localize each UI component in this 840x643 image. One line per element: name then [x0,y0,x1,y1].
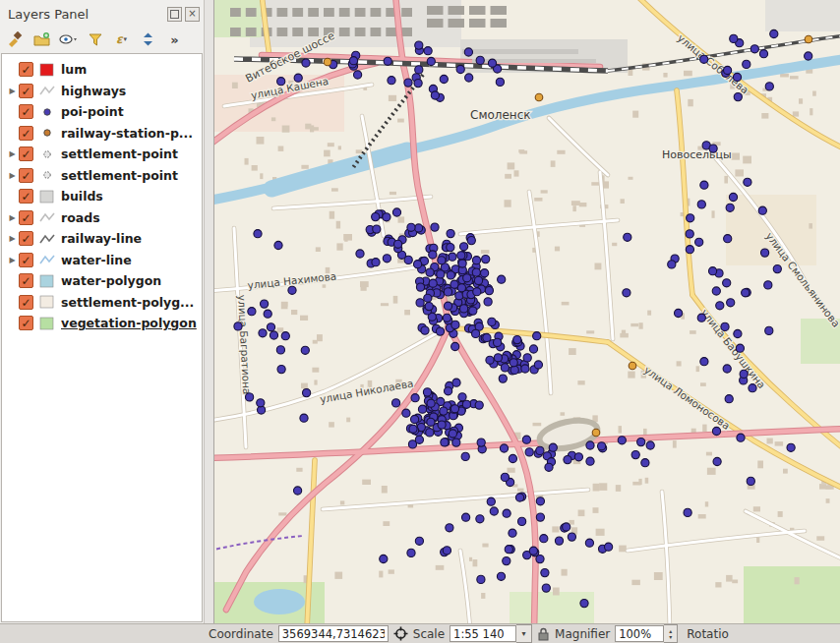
layer-visibility-checkbox[interactable]: ✓ [19,84,33,98]
layers-panel-title: Layers Panel [8,7,164,22]
layers-panel-titlebar: Layers Panel × [0,0,204,26]
layer-visibility-checkbox[interactable]: ✓ [19,231,33,246]
layer-visibility-checkbox[interactable]: ✓ [19,146,33,161]
open-layer-styling-button[interactable] [6,30,25,48]
layer-label: highways [61,84,126,98]
magnifier-label: Magnifier [555,627,610,641]
layer-label: settlement-point [61,146,178,161]
layer-symbol-line-icon [38,210,56,224]
layer-label: railway-station-p... [61,126,193,141]
filter-legend-button[interactable] [86,30,104,48]
layer-row-builds[interactable]: ✓builds [2,186,202,207]
layer-visibility-checkbox[interactable]: ✓ [19,253,33,267]
city-label-2: Смоленск [470,108,531,122]
layer-row-settlement-point[interactable]: ▶✓settlement-point [2,144,202,165]
layer-row-water-polygon[interactable]: ✓water-polygon [2,270,202,292]
magnifier-spin-buttons[interactable]: ▴ ▾ [664,624,678,643]
add-group-button[interactable] [32,30,51,48]
spin-down-icon: ▾ [669,634,672,640]
magnifier-spinbox[interactable]: ▴ ▾ [615,624,678,643]
layer-row-poi-point[interactable]: ✓poi-point [2,101,202,123]
layer-visibility-checkbox[interactable]: ✓ [19,273,33,288]
coordinate-tracking-icon[interactable] [393,626,408,641]
layer-symbol-line-icon [38,232,56,246]
expand-arrow-icon[interactable]: ▶ [6,149,19,158]
layer-symbol-fill-icon [38,63,56,77]
layer-symbol-fill-icon [38,190,56,204]
layers-panel: Layers Panel × [0,0,204,623]
layer-symbol-marker-icon [38,105,56,119]
lock-scale-icon[interactable] [537,627,550,641]
layer-label: vegetation-polygon [61,316,197,330]
expression-icon: ε [116,32,123,46]
layer-visibility-checkbox[interactable]: ✓ [19,168,33,183]
chevron-down-icon: ▾ [522,629,526,638]
layer-visibility-checkbox[interactable]: ✓ [19,189,33,204]
layer-symbol-line-icon [38,84,56,97]
expand-arrow-icon[interactable]: ▶ [6,87,19,95]
layer-visibility-checkbox[interactable]: ✓ [19,316,33,330]
layer-label: builds [61,189,103,204]
manage-map-themes-button[interactable] [59,30,78,48]
expand-arrow-icon[interactable]: ▶ [6,256,19,264]
panel-close-button[interactable]: × [185,7,200,22]
dock-splitter[interactable] [204,0,214,623]
layer-visibility-checkbox[interactable]: ✓ [19,295,33,310]
expand-arrow-icon[interactable]: ▶ [6,213,19,222]
scale-input[interactable] [450,625,516,642]
status-bar: Coordinate Scale ▾ Magnifier ▴ ▾ [0,623,840,643]
magnifier-input[interactable] [615,625,664,642]
expand-arrow-icon[interactable]: ▶ [6,234,19,243]
funnel-icon [88,31,103,47]
layer-label: roads [61,210,100,225]
layer-symbol-marker-icon [38,126,56,140]
layer-row-water-line[interactable]: ▶✓water-line [2,250,202,271]
layer-symbol-marker-dotted-icon [38,168,56,182]
layer-symbol-marker-dotted-icon [38,147,56,161]
layer-label: water-polygon [61,273,161,288]
layer-symbol-line-icon [38,253,56,266]
toolbar-overflow-button[interactable]: » [165,30,184,48]
layer-label: poi-point [61,104,124,119]
layer-row-railway-station-p[interactable]: ✓railway-station-p... [2,123,202,145]
coordinate-label: Coordinate [209,627,273,641]
close-icon: × [188,9,196,19]
rotation-label: Rotatio [687,627,729,641]
eye-icon [59,31,78,47]
qgis-window: Layers Panel × [0,0,840,643]
layer-label: railway-line [61,231,142,246]
coordinate-input[interactable] [278,625,389,642]
layer-row-highways[interactable]: ▶✓highways [2,81,202,102]
layer-row-vegetation-polygon[interactable]: ✓vegetation-polygon [2,313,202,334]
folder-plus-icon [33,31,50,47]
city-label-4: Новосельцы [662,148,732,161]
layer-label: water-line [61,253,132,267]
layer-row-lum[interactable]: ✓lum [2,59,202,81]
layer-label: settlement-point [61,168,178,183]
layer-visibility-checkbox[interactable]: ✓ [19,126,33,141]
layer-symbol-fill-icon [38,274,56,288]
filter-by-expression-button[interactable]: ε▾ [112,30,131,48]
expand-arrow-icon[interactable]: ▶ [6,171,19,180]
map-canvas[interactable]: Витебское шоссеулица КашенаСмоленскулица… [214,0,840,623]
layer-row-railway-line[interactable]: ▶✓railway-line [2,228,202,250]
scale-combobox[interactable]: ▾ [450,624,532,643]
layer-label: settlement-polyg... [61,295,194,310]
layer-label: lum [61,62,87,77]
layer-symbol-fill-icon [38,317,56,330]
scale-label: Scale [413,627,445,641]
map-svg[interactable]: Витебское шоссеулица КашенаСмоленскулица… [214,0,840,623]
layer-row-settlement-polyg[interactable]: ✓settlement-polyg... [2,292,202,314]
layer-visibility-checkbox[interactable]: ✓ [19,210,33,225]
styling-brush-icon [7,31,24,47]
layers-panel-toolbar: ε▾ » [0,26,204,53]
scale-dropdown-button[interactable]: ▾ [516,624,532,643]
layer-visibility-checkbox[interactable]: ✓ [19,62,33,77]
chevron-down-icon: ▾ [124,35,128,43]
expand-collapse-all-button[interactable] [139,30,157,48]
panel-float-button[interactable] [167,7,182,22]
expand-collapse-icon [141,31,155,47]
layer-row-roads[interactable]: ▶✓roads [2,207,202,229]
layer-row-settlement-point[interactable]: ▶✓settlement-point [2,165,202,187]
layer-visibility-checkbox[interactable]: ✓ [19,104,33,119]
